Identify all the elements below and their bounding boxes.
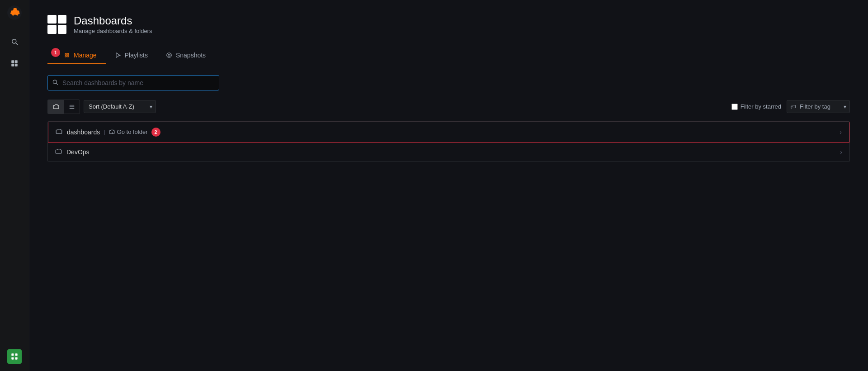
folder-item-devops[interactable]: DevOps ›	[48, 143, 849, 162]
search-input[interactable]	[47, 75, 219, 90]
plugin-icon	[7, 349, 22, 364]
svg-point-21	[53, 80, 57, 84]
folder-name-devops: DevOps	[66, 148, 90, 156]
folder-icon	[56, 128, 62, 136]
filter-tag-wrapper: 🏷 Filter by tag	[787, 100, 850, 113]
svg-rect-2	[15, 60, 18, 63]
svg-rect-7	[11, 357, 14, 360]
page-header: Dashboards Manage dashboards & folders	[47, 14, 850, 34]
folder-view-button[interactable]	[47, 100, 64, 114]
folder-chevron-devops: ›	[840, 148, 842, 156]
sidebar-item-plugin[interactable]	[5, 347, 24, 366]
go-to-folder-button[interactable]: Go to folder	[109, 128, 148, 135]
sidebar	[0, 0, 29, 371]
dashboards-icon	[47, 15, 66, 34]
search-wrapper	[47, 75, 219, 90]
folder-icon-devops	[55, 148, 62, 156]
svg-point-19	[168, 54, 170, 56]
tab-manage-label: Manage	[74, 52, 97, 59]
sort-wrapper: Sort (Default A-Z) Default Z-A Last modi…	[84, 100, 156, 113]
go-to-folder-label: Go to folder	[117, 128, 148, 135]
filter-starred-checkbox[interactable]	[731, 104, 738, 110]
svg-point-11	[65, 55, 67, 57]
folder-separator: |	[104, 128, 105, 135]
tab-snapshots[interactable]: Snapshots	[157, 47, 215, 64]
svg-line-22	[57, 83, 58, 85]
search-container	[47, 75, 850, 90]
svg-point-10	[67, 53, 69, 55]
sidebar-item-search[interactable]	[5, 33, 24, 51]
filter-tag-select[interactable]: Filter by tag	[787, 100, 850, 113]
toolbar: Sort (Default A-Z) Default Z-A Last modi…	[47, 100, 850, 114]
view-toggle	[47, 100, 80, 114]
folder-name-dashboards: dashboards	[67, 128, 100, 136]
list-view-button[interactable]	[64, 100, 80, 114]
toolbar-right: Filter by starred 🏷 Filter by tag	[731, 100, 850, 113]
svg-point-9	[65, 53, 67, 55]
filter-starred-text: Filter by starred	[741, 103, 781, 110]
tab-playlists[interactable]: Playlists	[106, 47, 157, 64]
svg-rect-6	[15, 353, 18, 356]
page-title: Dashboards	[74, 14, 152, 28]
tab-manage-badge: 1	[51, 48, 60, 57]
svg-point-20	[167, 53, 172, 58]
svg-point-12	[67, 55, 69, 57]
tab-playlists-label: Playlists	[125, 52, 148, 59]
tab-snapshots-label: Snapshots	[176, 52, 206, 59]
page-subtitle: Manage dashboards & folders	[74, 28, 152, 34]
filter-starred-label: Filter by starred	[731, 103, 781, 110]
sidebar-bottom	[5, 346, 24, 367]
svg-rect-8	[15, 357, 18, 360]
main-content: Dashboards Manage dashboards & folders 1…	[29, 0, 868, 371]
svg-rect-4	[15, 64, 18, 67]
tab-manage[interactable]: 1 Manage	[47, 47, 106, 64]
sort-select[interactable]: Sort (Default A-Z) Default Z-A Last modi…	[84, 100, 156, 113]
folder-dashboards-badge: 2	[151, 128, 160, 137]
search-icon	[52, 79, 58, 86]
page-header-text: Dashboards Manage dashboards & folders	[74, 14, 152, 34]
svg-rect-1	[11, 60, 14, 63]
svg-rect-5	[11, 353, 14, 356]
grafana-logo[interactable]	[5, 4, 24, 22]
svg-rect-3	[11, 64, 14, 67]
tabs: 1 Manage Playlists Snapshots	[47, 47, 850, 64]
folder-chevron-dashboards: ›	[840, 128, 842, 136]
sidebar-item-dashboards[interactable]	[5, 54, 24, 72]
folder-list: dashboards | Go to folder 2 › DevOps ›	[47, 121, 850, 162]
folder-item-dashboards[interactable]: dashboards | Go to folder 2 ›	[48, 122, 849, 143]
